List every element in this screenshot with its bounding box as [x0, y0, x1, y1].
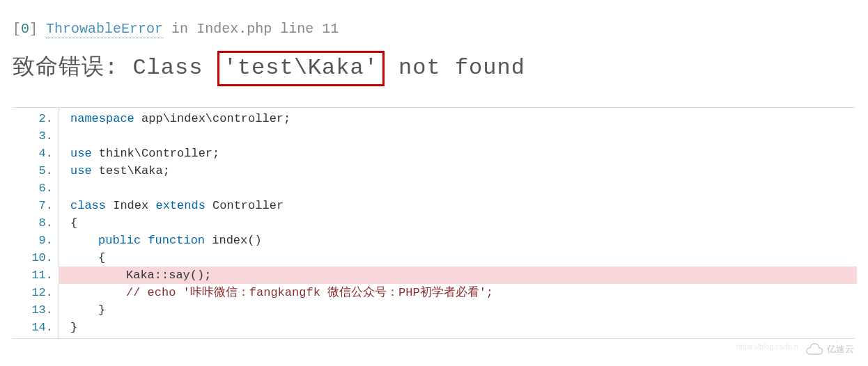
code-line: {: [62, 249, 855, 266]
code-line: use think\Controller;: [62, 145, 855, 162]
code-line: namespace app\index\controller;: [62, 110, 855, 127]
code-content: namespace app\index\controller; use thin…: [59, 108, 855, 338]
cloud-icon: [804, 343, 823, 356]
line-number: 13.: [13, 301, 53, 319]
line-number: 10.: [13, 249, 53, 266]
line-number: 12.: [13, 284, 53, 301]
code-line: class Index extends Controller: [62, 197, 855, 214]
line-number: 11.: [13, 266, 53, 284]
code-line-error: Kaka::say();: [59, 266, 857, 284]
code-line: }: [62, 301, 855, 319]
code-block: 2. 3. 4. 5. 6. 7. 8. 9. 10. 11. 12. 13. …: [13, 107, 855, 339]
line-number: 5.: [13, 162, 53, 180]
code-line: }: [62, 319, 855, 336]
error-index: 0: [21, 21, 29, 37]
csdn-watermark: https://blog.csdn.n: [736, 342, 798, 351]
error-title: 致命错误: Class 'test\Kaka' not found: [13, 51, 855, 86]
line-number: 3.: [13, 127, 53, 145]
in-text: in: [171, 21, 188, 37]
code-line: public function index(): [62, 232, 855, 249]
code-line: {: [62, 214, 855, 232]
line-number: 6.: [13, 180, 53, 197]
error-type-link[interactable]: ThrowableError: [46, 21, 163, 38]
bracket-open: [: [13, 21, 21, 37]
line-number: 4.: [13, 145, 53, 162]
code-line: [62, 180, 855, 197]
watermark: 亿速云: [804, 343, 854, 356]
line-number-gutter: 2. 3. 4. 5. 6. 7. 8. 9. 10. 11. 12. 13. …: [13, 108, 59, 338]
error-title-suffix: not found: [385, 55, 525, 81]
code-line: use test\Kaka;: [62, 162, 855, 180]
line-number: 14.: [13, 319, 53, 336]
error-title-prefix: 致命错误: Class: [13, 55, 217, 81]
line-number: 9.: [13, 232, 53, 249]
code-line: // echo '咔咔微信：fangkangfk 微信公众号：PHP初学者必看'…: [62, 284, 855, 301]
code-line: [62, 127, 855, 145]
error-location: Index.php line 11: [196, 21, 339, 37]
line-number: 7.: [13, 197, 53, 214]
line-number: 8.: [13, 214, 53, 232]
watermark-text: 亿速云: [827, 343, 854, 356]
error-header: [0] ThrowableError in Index.php line 11: [13, 21, 855, 37]
line-number: 2.: [13, 110, 53, 127]
error-title-highlight: 'test\Kaka': [217, 51, 385, 86]
bracket-close: ]: [29, 21, 38, 37]
